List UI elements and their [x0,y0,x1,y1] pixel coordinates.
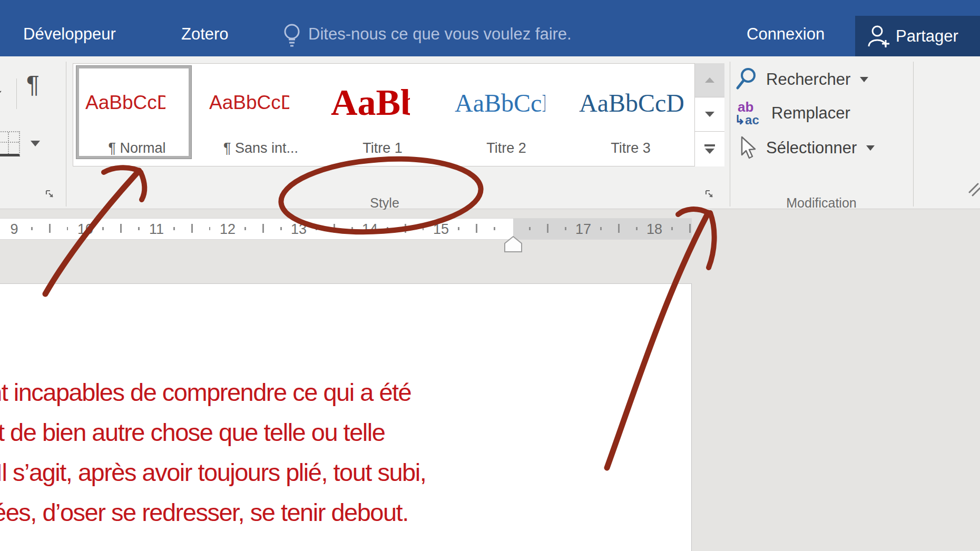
style-label: ¶ Normal [79,140,195,156]
separator [66,62,66,206]
style-label: Titre 2 [448,140,564,156]
ruler-number: 9 [10,221,18,238]
ruler-number: 14 [362,221,378,238]
share-person-icon [867,24,892,51]
gallery-scroll-strip [694,63,724,166]
selectionner-label: Sélectionner [766,139,857,158]
tell-me-box[interactable]: Dites-nous ce que vous voulez faire. [308,23,572,45]
borders-dropdown-caret[interactable] [31,141,40,146]
tab-zotero[interactable]: Zotero [181,23,229,45]
ruler-number: 11 [149,221,164,238]
ruler-number: 13 [291,221,307,238]
remplacer-button[interactable]: ab ↳ac Remplacer [734,101,850,126]
up-arrow-icon [705,77,714,83]
separator [16,78,17,109]
gallery-scroll-down-button[interactable] [695,97,724,132]
style-item-titre-1[interactable]: AaBb Titre 1 [325,68,440,163]
partager-label: Partager [896,25,958,47]
borders-icon [8,132,9,154]
document-text-line: Il s’agit, après avoir toujours plié, to… [0,452,426,493]
paragraph-dialog-launcher[interactable] [45,190,56,200]
ruler-number: 17 [575,221,591,238]
style-preview: AaBb [331,77,410,128]
style-preview: AaBbCcD [455,77,545,128]
collapse-ribbon-icon[interactable] [968,183,980,199]
word-window: Développeur Zotero Dites-nous ce que vou… [0,0,980,551]
right-indent-marker[interactable] [504,236,523,255]
gallery-more-button[interactable] [695,132,724,166]
ruler-number: 12 [220,221,236,238]
style-group-label: Style [332,195,437,211]
style-item-titre-3[interactable]: AaBbCcDd Titre 3 [573,68,689,163]
ruler-number: 10 [77,221,93,238]
style-label: ¶ Sans int... [203,140,319,156]
separator [913,62,914,206]
title-bar: Développeur Zotero Dites-nous ce que vou… [0,0,980,56]
style-label: Titre 1 [325,140,440,156]
selectionner-dropdown-caret[interactable] [866,145,875,151]
style-label: Titre 3 [573,140,689,156]
borders-button[interactable] [0,131,20,156]
style-item-normal[interactable]: AaBbCcDc ¶ Normal [79,68,195,163]
ruler-number: 15 [433,221,449,238]
document-text-line: ées, d’oser se redresser, se tenir debou… [0,493,408,533]
borders-icon [0,142,19,143]
gallery-scroll-up-button[interactable] [695,63,724,97]
replace-icon: ab ↳ac [734,100,764,126]
rechercher-label: Rechercher [766,70,850,89]
separator [730,62,730,206]
rechercher-dropdown-caret[interactable] [860,77,868,82]
search-icon [734,67,759,92]
selectionner-button[interactable]: Sélectionner [734,135,875,161]
more-styles-icon [705,149,714,154]
rechercher-button[interactable]: Rechercher [734,67,868,92]
style-item-titre-2[interactable]: AaBbCcD Titre 2 [448,68,564,163]
style-gallery: AaBbCcDc ¶ Normal AaBbCcDc ¶ Sans int...… [73,63,724,166]
connexion-button[interactable]: Connexion [747,23,825,45]
ruler-number: 18 [646,221,662,238]
modification-group-label: Modification [769,195,874,211]
style-item-sans-interligne[interactable]: AaBbCcDc ¶ Sans int... [203,68,319,163]
partager-button[interactable]: Partager [855,16,980,56]
down-arrow-icon [705,112,714,117]
style-dialog-launcher[interactable] [705,190,716,200]
document-text-line: nt incapables de comprendre ce qui a été [0,372,411,412]
horizontal-ruler: 9 10 11 12 13 14 15 17 18 [0,218,692,240]
style-preview: AaBbCcDc [85,77,165,128]
cursor-icon [734,135,759,161]
lightbulb-icon [281,21,302,51]
document-page[interactable]: nt incapables de comprendre ce qui a été… [0,283,692,551]
more-styles-icon [704,144,715,146]
sort-arrow-icon[interactable]: ↓ [0,70,5,101]
ruler-zone: 9 10 11 12 13 14 15 17 18 [0,210,980,283]
style-preview: AaBbCcDd [579,77,683,128]
tab-developpeur[interactable]: Développeur [23,23,116,45]
show-paragraph-marks-button[interactable]: ¶ [26,70,40,99]
ribbon: ↓ ¶ AaBbCcDc ¶ Normal AaBbCcDc ¶ S [0,56,980,209]
document-text-line: t de bien autre chose que telle ou telle [0,412,385,452]
remplacer-label: Remplacer [771,104,850,123]
style-preview: AaBbCcDc [209,77,289,128]
